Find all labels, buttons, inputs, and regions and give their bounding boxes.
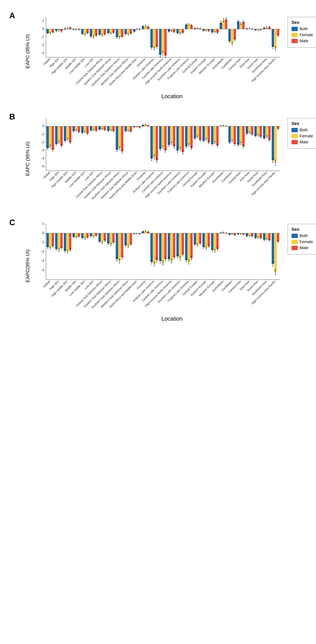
svg-rect-195 xyxy=(159,29,162,55)
legend-text-C-2: Male xyxy=(299,246,308,250)
legend-swatch-B-2 xyxy=(291,140,298,144)
svg-rect-1043 xyxy=(196,233,199,245)
panel-label-B: B xyxy=(9,112,15,121)
svg-rect-833 xyxy=(66,233,69,252)
svg-text:-1: -1 xyxy=(41,132,44,136)
svg-text:-5: -5 xyxy=(41,164,44,168)
svg-rect-621 xyxy=(179,126,181,149)
legend-text-A-1: Female xyxy=(299,32,313,37)
svg-rect-583 xyxy=(155,126,158,160)
svg-rect-775 xyxy=(274,126,277,162)
svg-text:0: 0 xyxy=(42,27,44,30)
svg-rect-625 xyxy=(182,126,184,152)
svg-rect-575 xyxy=(150,126,153,158)
svg-rect-425 xyxy=(58,126,60,142)
legend-item-A-2: Male xyxy=(291,38,313,43)
legend-swatch-C-2 xyxy=(291,246,298,250)
svg-rect-1047 xyxy=(199,233,201,244)
svg-rect-653 xyxy=(199,126,201,140)
svg-rect-889 xyxy=(101,233,103,242)
svg-rect-819 xyxy=(58,233,60,250)
svg-rect-709 xyxy=(234,126,236,144)
svg-rect-829 xyxy=(64,233,66,251)
svg-text:-2: -2 xyxy=(41,43,44,47)
svg-rect-579 xyxy=(153,126,155,157)
svg-rect-415 xyxy=(52,126,54,150)
svg-rect-743 xyxy=(254,126,257,136)
svg-rect-189 xyxy=(155,29,158,47)
svg-rect-523 xyxy=(118,126,121,148)
svg-rect-969 xyxy=(150,233,153,262)
svg-rect-199 xyxy=(162,29,164,53)
legend-swatch-A-1 xyxy=(291,33,298,37)
svg-rect-1067 xyxy=(211,233,213,250)
svg-text:-4: -4 xyxy=(41,156,44,160)
legend-B: SexBothFemaleMale xyxy=(288,118,316,149)
svg-text:0: 0 xyxy=(42,124,44,128)
svg-rect-899 xyxy=(107,233,109,244)
svg-wrap-C: 10-1-2-3-4GlobalHigh SDIHigh-middle SDIM… xyxy=(32,218,283,314)
svg-rect-589 xyxy=(159,126,162,149)
svg-rect-673 xyxy=(211,126,213,144)
svg-rect-991 xyxy=(164,233,167,259)
chart-svg-B: 0-1-2-3-4-5GlobalHigh SDIHigh-middle SDI… xyxy=(32,112,283,205)
legend-text-C-0: Both xyxy=(299,234,308,238)
svg-rect-677 xyxy=(214,126,216,142)
y-axis-label-B: EAPC (95% UI) xyxy=(25,142,31,176)
legend-text-B-2: Male xyxy=(299,140,308,144)
panel-A: AEAPC (95% UI)10-1-2-3GlobalHigh SDIHigh… xyxy=(9,11,307,100)
svg-rect-1057 xyxy=(205,233,207,248)
svg-rect-705 xyxy=(231,126,233,141)
svg-rect-421 xyxy=(55,126,58,144)
panel-B: BEAPC (95% UI)0-1-2-3-4-5GlobalHigh SDIH… xyxy=(9,112,307,206)
svg-rect-377 xyxy=(272,29,274,47)
svg-rect-913 xyxy=(116,233,118,259)
legend-item-B-2: Male xyxy=(291,140,313,144)
svg-rect-607 xyxy=(170,126,173,143)
svg-text:-2: -2 xyxy=(41,250,44,253)
svg-rect-761 xyxy=(266,126,268,137)
legend-item-A-1: Female xyxy=(291,32,313,37)
svg-rect-1033 xyxy=(190,233,193,258)
chart-area-C: EAPC(95% UI)10-1-2-3-4GlobalHigh SDIHigh… xyxy=(25,218,307,322)
legend-item-C-0: Both xyxy=(291,234,313,238)
legend-text-A-0: Both xyxy=(299,26,308,31)
svg-rect-1015 xyxy=(179,233,181,258)
x-axis-label-A: Location xyxy=(37,93,307,100)
legend-C: SexBothFemaleMale xyxy=(288,224,316,254)
svg-rect-917 xyxy=(118,233,121,261)
chart-area-B: EAPC (95% UI)0-1-2-3-4-5GlobalHigh SDIHi… xyxy=(25,112,307,206)
svg-text:-2: -2 xyxy=(41,140,44,144)
svg-text:-1: -1 xyxy=(41,35,44,39)
svg-rect-921 xyxy=(121,233,123,257)
svg-rect-973 xyxy=(153,233,155,264)
svg-rect-771 xyxy=(272,126,274,160)
svg-rect-809 xyxy=(52,233,54,246)
svg-rect-611 xyxy=(173,126,175,146)
panel-label-A: A xyxy=(9,11,15,20)
legend-text-A-2: Male xyxy=(299,38,308,43)
svg-rect-823 xyxy=(60,233,63,248)
svg-rect-927 xyxy=(124,233,127,245)
panel-label-C: C xyxy=(9,218,15,227)
legend-title-B: Sex xyxy=(291,121,313,126)
page: AEAPC (95% UI)10-1-2-3GlobalHigh SDIHigh… xyxy=(0,0,316,344)
svg-rect-737 xyxy=(251,126,253,134)
svg-rect-617 xyxy=(177,126,179,150)
svg-rect-659 xyxy=(202,126,205,141)
svg-rect-757 xyxy=(263,126,265,138)
svg-rect-719 xyxy=(240,126,242,143)
svg-rect-645 xyxy=(194,126,196,138)
svg-rect-1029 xyxy=(188,233,190,262)
legend-swatch-A-2 xyxy=(291,39,298,43)
chart-svg-A: 10-1-2-3GlobalHigh SDIHigh-middle SDIMid… xyxy=(32,11,283,91)
svg-rect-1005 xyxy=(173,233,175,257)
svg-rect-1025 xyxy=(185,233,188,260)
svg-rect-663 xyxy=(205,126,207,139)
legend-item-A-0: Both xyxy=(291,26,313,31)
svg-rect-801 xyxy=(47,233,49,247)
svg-rect-631 xyxy=(185,126,188,146)
y-axis-label-C: EAPC(95% UI) xyxy=(25,250,31,282)
svg-rect-786 xyxy=(32,218,283,314)
svg-rect-203 xyxy=(164,29,167,56)
